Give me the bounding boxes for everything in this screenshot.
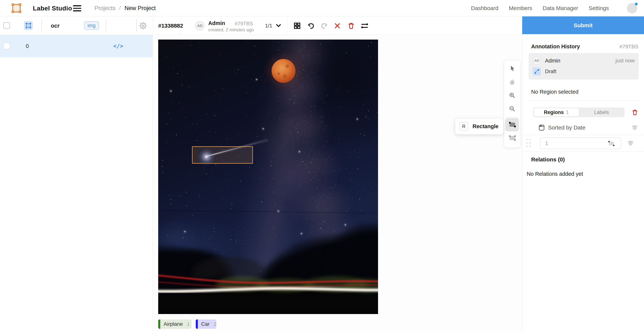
toolbar-divider <box>42 19 42 32</box>
annotation-history-id: #79TBS <box>620 44 638 50</box>
label-color-bar <box>196 320 198 329</box>
grid-view-button[interactable] <box>293 22 301 30</box>
task-row[interactable]: 0 </> <box>0 35 152 57</box>
delete-annotation-button[interactable] <box>347 22 355 30</box>
draft-icon <box>533 67 541 75</box>
app-title: Label Studio <box>33 0 72 16</box>
annotation-created-info: created, 2 minutes ago <box>208 27 254 32</box>
task-row-checkbox[interactable] <box>3 43 10 49</box>
region-list-item[interactable]: 1 <box>522 135 644 151</box>
palette-divider <box>504 117 520 117</box>
task-thumbnail[interactable] <box>70 36 84 56</box>
submit-button[interactable]: Submit <box>522 16 644 34</box>
region-item-box[interactable]: 1 <box>540 137 621 149</box>
undo-button[interactable] <box>307 22 315 30</box>
regions-count: 1 <box>566 109 569 115</box>
annotation-history-title: Annotation History <box>531 43 580 50</box>
nav-members[interactable]: Members <box>509 5 532 11</box>
region-drag-handle[interactable] <box>526 139 531 148</box>
tool-palette <box>504 60 520 148</box>
shortcut-key-badge: R <box>460 122 468 131</box>
history-avatar: AD <box>533 56 541 65</box>
toolbar-divider <box>287 16 287 35</box>
redo-button[interactable] <box>320 22 328 30</box>
history-entry[interactable]: AD Admin just now Draft <box>528 53 639 79</box>
annotations-dropdown-chevron-icon[interactable] <box>275 22 282 29</box>
breadcrumb-separator: / <box>119 5 121 11</box>
relations-title: Relations (0) <box>531 156 638 163</box>
rectangle-region-icon <box>608 140 615 147</box>
breadcrumb-current-project: New Project <box>124 5 156 11</box>
label-name: Car <box>201 321 210 327</box>
relations-empty-text: No Relations added yet <box>527 171 638 177</box>
toolbar-divider <box>180 16 180 35</box>
label-studio-logo-icon[interactable] <box>11 3 22 13</box>
zoom-in-tool-button[interactable] <box>506 89 519 102</box>
toggle-all-visibility-eye-icon[interactable] <box>631 124 638 131</box>
task-image[interactable] <box>158 39 378 314</box>
sorted-by-date-dropdown[interactable]: Sorted by Date <box>548 124 585 131</box>
notification-dot <box>635 2 638 5</box>
pan-tool-button[interactable] <box>506 75 519 89</box>
annotation-canvas: Airplane 1 Car 2 <box>153 35 522 331</box>
tab-regions[interactable]: Regions 1 <box>534 108 579 117</box>
sort-mode-icon <box>538 124 545 131</box>
nav-settings[interactable]: Settings <box>589 5 609 11</box>
label-color-bar <box>158 320 160 329</box>
history-timestamp: just now <box>616 58 635 64</box>
rectangle-tool-tooltip: R Rectangle <box>455 118 503 134</box>
annotation-workspace: #1338882 AD Admin #79TBS created, 2 minu… <box>153 16 522 331</box>
hamburger-menu-icon[interactable] <box>73 5 81 11</box>
label-studio-app: Label Studio Projects / New Project Dash… <box>0 0 644 331</box>
delete-regions-button[interactable] <box>631 109 638 116</box>
annotation-pager: 1/1 <box>265 16 272 35</box>
regions-labels-tabs: Regions 1 Labels <box>533 107 624 117</box>
column-header-ocr: ocr <box>51 16 60 35</box>
nav-data-manager[interactable]: Data Manager <box>542 5 578 11</box>
foreground-ground <box>158 293 378 314</box>
annotator-avatar: AD <box>195 21 204 30</box>
select-all-checkbox[interactable] <box>3 22 10 29</box>
region-number: 1 <box>545 140 548 146</box>
toolbar-divider <box>136 19 137 32</box>
reset-annotation-button[interactable] <box>333 22 342 30</box>
img-column-chip[interactable]: img <box>84 21 99 30</box>
tab-regions-label: Regions <box>544 109 564 115</box>
rectangle-tool-button[interactable] <box>506 118 519 131</box>
region-visibility-eye-icon[interactable] <box>627 139 634 147</box>
car-light-trails <box>158 39 378 314</box>
annotation-id: #79TBS <box>235 21 253 27</box>
toolbar-divider <box>106 19 106 32</box>
region-column-icon[interactable] <box>24 21 33 30</box>
settings-sliders-button[interactable] <box>360 22 369 30</box>
zoom-out-tool-button[interactable] <box>506 102 519 115</box>
top-header: Label Studio Projects / New Project Dash… <box>0 0 644 16</box>
label-chip-car[interactable]: Car 2 <box>196 320 216 329</box>
task-row-id: 0 <box>26 35 29 57</box>
tab-labels-label: Labels <box>594 109 609 115</box>
annotation-toolbar: #1338882 AD Admin #79TBS created, 2 minu… <box>153 16 522 35</box>
move-tool-button[interactable] <box>506 62 519 75</box>
user-avatar[interactable] <box>627 3 637 13</box>
region-bbox-annotation[interactable] <box>192 146 253 164</box>
breadcrumb: Projects / New Project <box>94 0 156 16</box>
columns-settings-gear-icon[interactable] <box>138 16 148 35</box>
history-status: Draft <box>545 68 556 74</box>
tab-labels[interactable]: Labels <box>579 108 624 117</box>
annotation-sidebar: Submit Annotation History #79TBS AD Admi… <box>522 16 644 331</box>
nav-dashboard[interactable]: Dashboard <box>471 5 498 11</box>
task-id: #1338882 <box>158 16 183 35</box>
label-hotkey: 2 <box>214 321 216 327</box>
history-user-name: Admin <box>545 58 560 64</box>
label-hotkey: 1 <box>187 321 190 327</box>
tooltip-label: Rectangle <box>472 123 498 129</box>
tasks-sidebar: ocr img 0 </> <box>0 16 153 331</box>
top-navigation: Dashboard Members Data Manager Settings <box>471 0 637 16</box>
task-data-code-icon[interactable]: </> <box>113 35 123 57</box>
no-region-selected-text: No Region selected <box>531 89 638 95</box>
annotator-name: Admin <box>208 20 225 26</box>
label-name: Airplane <box>164 321 183 327</box>
breadcrumb-projects-link[interactable]: Projects <box>94 5 116 11</box>
label-chip-airplane[interactable]: Airplane 1 <box>158 320 192 329</box>
rectangle-3point-tool-button[interactable] <box>506 131 519 145</box>
